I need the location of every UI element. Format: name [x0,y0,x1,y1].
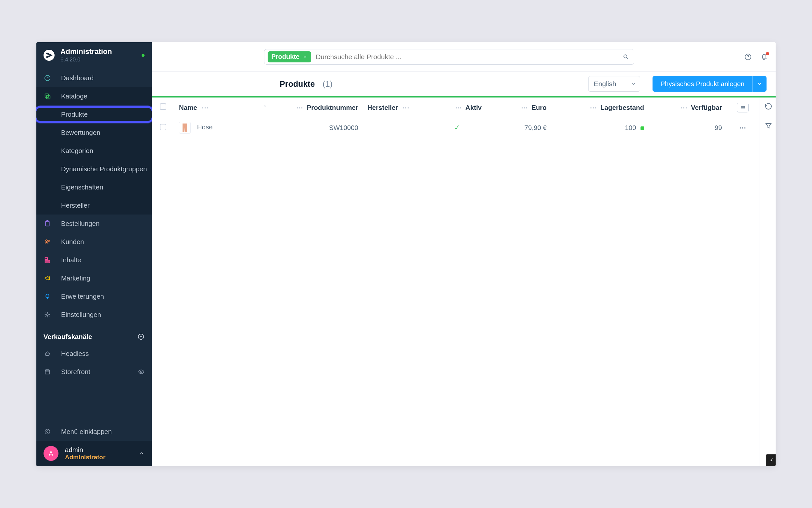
filter-button[interactable] [764,121,773,131]
channel-headless[interactable]: Headless [36,344,152,363]
channels-heading-row: Verkaufskanäle [36,324,152,344]
nav-label: Marketing [61,274,90,282]
brand-version: 6.4.20.0 [60,56,112,63]
page-count: (1) [323,79,333,89]
symfony-badge[interactable] [766,454,776,466]
catalogs-submenu: Produkte Bewertungen Kategorien Dynamisc… [36,105,152,214]
cell-name[interactable]: Hose [175,118,272,138]
subnav-label: Kategorien [61,147,93,155]
table-header-row: Name ⋯ ⋯ Produktnummer [152,97,759,118]
nav-label: Inhalte [61,256,81,264]
user-name: admin [65,446,105,454]
subnav-label: Hersteller [61,202,90,209]
search-type-pill[interactable]: Produkte [268,51,312,62]
col-price[interactable]: ⋯ Euro [486,97,551,118]
cell-active: ✓ [428,118,486,138]
nav-label: Dashboard [61,74,94,82]
subnav-reviews[interactable]: Bewertungen [36,124,152,142]
nav-settings[interactable]: Einstellungen [36,305,152,324]
channel-label: Storefront [61,368,90,376]
subnav-categories[interactable]: Kategorien [36,142,152,160]
topbar: Produkte [152,42,776,72]
brand-logo [44,50,55,61]
page-title: Produkte [280,79,315,89]
nav-catalogs[interactable]: Kataloge [36,87,152,105]
col-label: Lagerbestand [601,104,644,111]
subnav-label: Bewertungen [61,129,100,136]
brand-title: Administration [60,47,112,56]
svg-rect-8 [45,260,50,261]
col-label: Hersteller [367,104,398,111]
col-available[interactable]: ⋯ Verfügbar [649,97,727,118]
subnav-manufacturers[interactable]: Hersteller [36,196,152,214]
highlight-ring [36,106,154,123]
basket-icon [44,350,51,357]
channels-heading: Verkaufskanäle [44,333,92,341]
select-all-header[interactable] [152,97,175,118]
page-bar: Produkte (1) English Physisches Produkt … [152,72,776,96]
svg-rect-13 [45,371,49,374]
collapse-menu[interactable]: Menü einklappen [36,423,152,441]
row-menu-icon[interactable]: ⋯ [739,124,747,131]
svg-point-14 [141,371,142,373]
col-manufacturer[interactable]: Hersteller ⋯ [363,97,428,118]
svg-point-15 [45,429,50,434]
subnav-products[interactable]: Produkte [36,105,152,124]
nav-label: Kataloge [61,92,87,100]
nav-dashboard[interactable]: Dashboard [36,69,152,87]
copy-icon [44,92,51,100]
add-channel-button[interactable] [137,333,145,340]
col-label: Euro [531,104,546,111]
channel-storefront[interactable]: Storefront [36,363,152,381]
search-input[interactable] [316,49,616,65]
nav-orders[interactable]: Bestellungen [36,214,152,233]
nav-label: Einstellungen [61,311,101,319]
nav-customers[interactable]: Kunden [36,233,152,251]
svg-point-11 [46,314,48,315]
collapse-label: Menü einklappen [61,428,112,435]
row-select[interactable] [152,118,175,138]
nav-extensions[interactable]: Erweiterungen [36,287,152,305]
subnav-dynamic-groups[interactable]: Dynamische Produktgruppen [36,160,152,178]
col-product-number[interactable]: ⋯ Produktnummer [272,97,363,118]
product-name: Hose [197,123,213,131]
grid-side-tools [759,97,776,466]
plug-icon [44,293,51,300]
notifications-button[interactable] [760,53,768,61]
search-icon[interactable] [621,54,631,60]
col-stock[interactable]: ⋯ Lagerbestand [551,97,649,118]
col-label: Produktnummer [307,104,358,111]
subnav-properties[interactable]: Eigenschaften [36,178,152,196]
col-active[interactable]: ⋯ Aktiv [428,97,486,118]
create-product-dropdown[interactable] [752,76,767,92]
nav-marketing[interactable]: Marketing [36,269,152,287]
eye-icon[interactable] [138,369,145,375]
col-settings[interactable] [727,97,759,118]
language-select[interactable]: English [588,76,640,92]
cell-actions[interactable]: ⋯ [727,118,759,138]
col-name[interactable]: Name ⋯ [175,97,272,118]
col-label: Verfügbar [691,104,722,111]
create-product-button[interactable]: Physisches Produkt anlegen [653,76,752,92]
chevron-up-icon [139,451,145,456]
user-footer[interactable]: A admin Administrator [36,441,152,466]
help-button[interactable] [744,53,752,61]
column-settings-button[interactable] [737,103,749,113]
refresh-button[interactable] [764,101,773,111]
subnav-label: Produkte [61,111,88,118]
table-row[interactable]: Hose SW10000 ✓ 79,90 € 100 [152,118,759,138]
chevron-down-icon [263,104,267,108]
subnav-label: Eigenschaften [61,183,103,191]
status-indicator [142,54,145,57]
user-role: Administrator [65,454,105,461]
cell-available: 99 [649,118,727,138]
col-label: Aktiv [466,104,482,111]
nav-label: Bestellungen [61,220,100,227]
channel-label: Headless [61,350,89,357]
global-search[interactable]: Produkte [264,49,634,65]
stock-status-indicator [640,126,644,130]
nav-content[interactable]: Inhalte [36,251,152,269]
svg-point-16 [624,55,627,58]
megaphone-icon [44,274,51,282]
subnav-label: Dynamische Produktgruppen [61,165,147,173]
